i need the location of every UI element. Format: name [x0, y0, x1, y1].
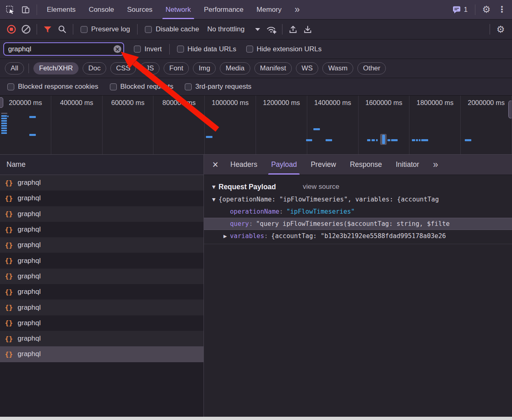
invert-checkbox[interactable] [134, 46, 141, 52]
payload-row-operationName[interactable]: operationName: "ipFlowTimeseries" [204, 206, 512, 218]
tab-performance[interactable]: Performance [197, 0, 250, 19]
blocked-response-cookies-checkbox[interactable] [7, 83, 14, 90]
tab-initiator[interactable]: Initiator [389, 155, 426, 175]
more-detail-tabs-button[interactable]: » [426, 155, 444, 175]
network-toolbar: Preserve log Disable cache No throttling [0, 20, 512, 39]
filter-type-fetch-xhr[interactable]: Fetch/XHR [33, 62, 79, 74]
request-row[interactable]: {}graphql [0, 315, 203, 331]
close-details-button[interactable]: × [207, 157, 223, 173]
main-menu-button[interactable]: ⋮ [494, 2, 510, 18]
kebab-menu-icon: ⋮ [498, 5, 506, 14]
timeline-request-bar [1, 115, 7, 117]
request-row[interactable]: {}graphql [0, 206, 203, 222]
timeline-request-bar [313, 128, 320, 130]
clear-filter-icon[interactable]: ✕ [114, 45, 121, 53]
inspect-element-button[interactable] [2, 2, 18, 18]
disable-cache-checkbox[interactable] [145, 26, 152, 33]
request-row[interactable]: {}graphql [0, 222, 203, 237]
filter-type-all[interactable]: All [5, 62, 24, 74]
filter-type-media[interactable]: Media [220, 62, 250, 74]
timeline-request-bar [206, 136, 212, 138]
request-row[interactable]: {}graphql [0, 300, 203, 315]
record-network-log-button[interactable] [4, 22, 19, 37]
device-toolbar-button[interactable] [18, 2, 33, 18]
timeline-request-bar [419, 139, 420, 141]
hide-data-urls-checkbox-label[interactable]: Hide data URLs [177, 45, 236, 53]
clear-network-log-button[interactable] [19, 22, 33, 37]
tab-sources[interactable]: Sources [120, 0, 159, 19]
json-request-icon: {} [5, 210, 13, 218]
devtools-window: Elements Console Sources Network Perform… [0, 0, 512, 420]
request-row[interactable]: {}graphql [0, 284, 203, 300]
network-conditions-button[interactable] [264, 22, 279, 37]
request-row[interactable]: {}graphql [0, 237, 203, 253]
divider [475, 4, 475, 15]
blocked-response-cookies-checkbox-label[interactable]: Blocked response cookies [7, 83, 98, 91]
hide-data-urls-checkbox[interactable] [177, 46, 184, 52]
tab-elements[interactable]: Elements [40, 0, 82, 19]
timeline-tick-label: 400000 ms [51, 99, 102, 107]
preserve-log-checkbox[interactable] [81, 26, 88, 33]
request-row[interactable]: {}graphql [0, 175, 203, 190]
filter-type-js[interactable]: JS [140, 62, 160, 74]
timeline-request-bar [391, 139, 398, 141]
blocked-requests-checkbox-label[interactable]: Blocked requests [110, 83, 173, 91]
preserve-log-checkbox-label[interactable]: Preserve log [81, 25, 130, 33]
timeline-request-bar [306, 139, 312, 141]
filter-type-font[interactable]: Font [164, 62, 189, 74]
tab-memory[interactable]: Memory [250, 0, 288, 19]
tab-console[interactable]: Console [82, 0, 120, 19]
funnel-icon [44, 26, 52, 33]
more-tabs-button[interactable]: » [288, 0, 305, 19]
filter-type-img[interactable]: Img [193, 62, 216, 74]
request-name: graphql [18, 257, 41, 265]
disable-cache-checkbox-label[interactable]: Disable cache [145, 25, 199, 33]
filter-input[interactable] [3, 42, 124, 56]
payload-row-variables[interactable]: ▶ variables: {accountTag: "b12e3b2192ee5… [204, 230, 512, 242]
blocked-requests-checkbox[interactable] [110, 83, 117, 90]
tab-headers[interactable]: Headers [223, 155, 264, 175]
network-settings-button[interactable]: ⚙ [493, 22, 508, 37]
request-name: graphql [18, 241, 41, 249]
request-row[interactable]: {}graphql [0, 253, 203, 268]
import-har-button[interactable] [286, 22, 300, 37]
filter-type-other[interactable]: Other [357, 62, 386, 74]
filter-type-wasm[interactable]: Wasm [322, 62, 353, 74]
message-bubble-icon [452, 5, 461, 14]
filter-type-ws[interactable]: WS [296, 62, 318, 74]
hide-extension-urls-checkbox-label[interactable]: Hide extension URLs [246, 45, 322, 53]
request-row[interactable]: {}graphql [0, 190, 203, 206]
payload-root-row[interactable]: ▼ {operationName: "ipFlowTimeseries", va… [204, 193, 512, 206]
name-column-header[interactable]: Name [0, 155, 203, 175]
throttling-select[interactable]: No throttling [207, 25, 260, 33]
third-party-requests-checkbox[interactable] [185, 83, 192, 90]
third-party-requests-checkbox-label[interactable]: 3rd-party requests [185, 83, 252, 91]
json-request-icon: {} [5, 335, 13, 343]
request-row[interactable]: {}graphql [0, 346, 203, 362]
invert-checkbox-label[interactable]: Invert [134, 45, 162, 53]
json-request-icon: {} [5, 179, 13, 187]
payload-row-query[interactable]: query: "query ipFlowTimeseries($accountT… [204, 218, 512, 230]
tab-payload[interactable]: Payload [264, 155, 304, 175]
export-har-button[interactable] [300, 22, 315, 37]
settings-button[interactable]: ⚙ [479, 2, 494, 18]
request-row[interactable]: {}graphql [0, 269, 203, 284]
search-network-button[interactable] [55, 22, 70, 37]
view-source-link[interactable]: view source [303, 183, 339, 191]
gear-icon: ⚙ [482, 5, 491, 14]
request-payload-section[interactable]: ▼ Request Payload view source [204, 180, 512, 193]
network-overview-timeline[interactable]: 200000 ms400000 ms600000 ms800000 ms1000… [0, 96, 512, 155]
tab-network[interactable]: Network [159, 0, 197, 19]
issues-button[interactable]: 1 [448, 5, 472, 14]
filter-type-doc[interactable]: Doc [83, 62, 106, 74]
timeline-selected-marker [382, 135, 385, 144]
request-details-panel: × Headers Payload Preview Response Initi… [204, 155, 512, 417]
request-row[interactable]: {}graphql [0, 331, 203, 346]
tab-response[interactable]: Response [343, 155, 389, 175]
hide-extension-urls-checkbox[interactable] [246, 46, 253, 52]
filter-type-manifest[interactable]: Manifest [254, 62, 292, 74]
tab-preview[interactable]: Preview [304, 155, 343, 175]
details-tabbar: × Headers Payload Preview Response Initi… [204, 155, 512, 175]
filter-toggle-button[interactable] [40, 22, 55, 37]
filter-type-css[interactable]: CSS [110, 62, 136, 74]
